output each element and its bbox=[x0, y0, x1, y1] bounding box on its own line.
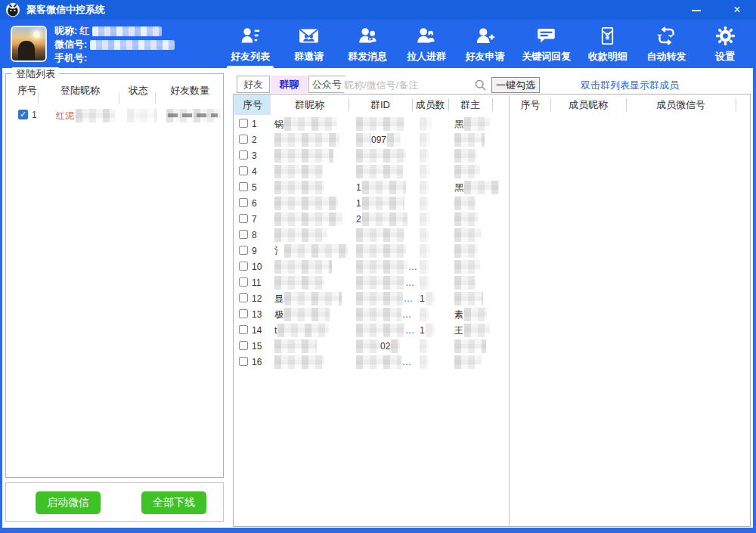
login-row[interactable]: 1红泥 bbox=[6, 109, 223, 126]
group-owner-cell: 素 bbox=[454, 308, 510, 321]
redacted-text bbox=[420, 355, 429, 369]
group-owner-cell bbox=[454, 339, 510, 353]
row-checkbox[interactable] bbox=[239, 150, 248, 160]
minimize-button[interactable] bbox=[683, 0, 709, 20]
row-checkbox[interactable] bbox=[239, 357, 248, 366]
tab-groups[interactable]: 群聊 bbox=[271, 76, 308, 93]
member-count-cell: 1 bbox=[420, 324, 453, 337]
group-row[interactable]: 14t…1王 bbox=[234, 323, 750, 339]
tab-friends[interactable]: 好友 bbox=[237, 76, 270, 93]
redacted-text bbox=[454, 292, 483, 305]
row-checkbox[interactable] bbox=[239, 277, 248, 287]
group-row[interactable]: 61 bbox=[234, 196, 750, 212]
group-row[interactable]: 2097 bbox=[234, 132, 750, 148]
group-row[interactable]: 72 bbox=[234, 212, 750, 228]
redacted-text bbox=[362, 197, 404, 210]
toolbar-item-friend-request[interactable]: 好友申请 bbox=[463, 26, 507, 65]
group-owner-cell: 黑 bbox=[454, 117, 510, 131]
group-row[interactable]: 11… bbox=[234, 275, 750, 291]
toolbar-item-pull-into-group[interactable]: 拉人进群 bbox=[404, 26, 448, 65]
redacted-text bbox=[420, 165, 430, 178]
redacted-text bbox=[454, 133, 485, 147]
show-members-hint-link[interactable]: 双击群列表显示群成员 bbox=[581, 79, 679, 92]
redacted-text bbox=[284, 308, 330, 321]
row-checkbox[interactable] bbox=[239, 309, 248, 318]
redacted-text bbox=[362, 181, 406, 194]
row-checkbox[interactable] bbox=[239, 341, 248, 350]
member-count-cell bbox=[420, 228, 453, 242]
redacted-text bbox=[274, 355, 324, 369]
group-row[interactable]: 51黑 bbox=[234, 180, 750, 196]
column-divider bbox=[38, 92, 39, 104]
group-owner-cell: 黑 bbox=[454, 181, 510, 194]
group-row[interactable]: 1锅黑 bbox=[234, 116, 750, 132]
account-field-label: 昵称: bbox=[54, 25, 77, 36]
group-row[interactable]: 16… bbox=[234, 355, 750, 370]
group-owner-cell bbox=[454, 165, 510, 178]
column-divider bbox=[119, 92, 119, 104]
row-checkbox[interactable] bbox=[239, 135, 248, 144]
redacted-text bbox=[356, 149, 406, 163]
group-row[interactable]: 10… bbox=[234, 259, 750, 275]
row-checkbox[interactable] bbox=[239, 166, 248, 175]
group-row[interactable]: 13极…素 bbox=[234, 307, 750, 323]
row-checkbox[interactable] bbox=[239, 293, 248, 302]
toolbar-item-settings[interactable]: 设置 bbox=[703, 26, 747, 65]
toolbar-item-auto-forward[interactable]: 自动转发 bbox=[644, 26, 688, 65]
group-table-body: 1锅黑20973451黑617289氵10…11…12显…113极…素14t…1… bbox=[234, 116, 750, 370]
toolbar-item-mass-message[interactable]: 群发消息 bbox=[345, 26, 389, 65]
header-bar: 昵称:红微信号:手机号: 好友列表群邀请群发消息拉人进群好友申请关键词回复收款明… bbox=[0, 20, 756, 68]
row-checkbox[interactable] bbox=[239, 325, 248, 334]
member-count-cell bbox=[420, 355, 453, 369]
redacted-text bbox=[464, 117, 490, 131]
redacted-text bbox=[356, 260, 407, 274]
toolbar-item-payment-detail[interactable]: 收款明细 bbox=[586, 26, 630, 65]
row-checkbox[interactable] bbox=[239, 214, 248, 223]
group-id-cell: 1 bbox=[356, 181, 415, 194]
group-row[interactable]: 3 bbox=[234, 148, 750, 164]
member-count-cell bbox=[420, 181, 453, 194]
redacted-text bbox=[420, 181, 429, 194]
redacted-text bbox=[277, 324, 329, 337]
column-divider bbox=[155, 92, 156, 104]
select-all-button[interactable]: 一键勾选 bbox=[491, 77, 540, 93]
group-id-cell bbox=[356, 117, 415, 131]
group-id-cell: 02 bbox=[356, 339, 415, 353]
toolbar-item-label: 拉人进群 bbox=[407, 50, 446, 64]
group-id-cell: … bbox=[356, 308, 415, 321]
row-checkbox[interactable] bbox=[239, 246, 248, 255]
redacted-text bbox=[274, 260, 332, 274]
tab-official[interactable]: 公众号 bbox=[308, 76, 345, 93]
group-row[interactable]: 12显…1 bbox=[234, 291, 750, 307]
row-checkbox[interactable] bbox=[239, 119, 248, 128]
toolbar-item-group-invite[interactable]: 群邀请 bbox=[287, 26, 331, 65]
speech-bubble-icon bbox=[536, 26, 556, 48]
row-checkbox[interactable] bbox=[239, 230, 248, 239]
redacted-text bbox=[356, 292, 403, 305]
search-input[interactable] bbox=[344, 76, 472, 93]
group-row[interactable]: 4 bbox=[234, 164, 750, 180]
toolbar-item-friend-list[interactable]: 好友列表 bbox=[228, 26, 272, 65]
group-row[interactable]: 1502 bbox=[234, 339, 750, 355]
group-id-cell: 2 bbox=[356, 212, 415, 226]
row-checkbox[interactable] bbox=[18, 110, 28, 119]
toolbar-item-keyword-reply[interactable]: 关键词回复 bbox=[522, 26, 571, 65]
group-row[interactable]: 8 bbox=[234, 228, 750, 243]
redacted-text bbox=[274, 149, 333, 163]
group-id-fragment: 1 bbox=[356, 198, 361, 209]
search-icon[interactable] bbox=[474, 79, 487, 91]
group-name-cell bbox=[274, 165, 350, 178]
group-row[interactable]: 9氵 bbox=[234, 243, 750, 259]
toolbar-item-label: 群邀请 bbox=[294, 50, 324, 64]
row-index: 8 bbox=[252, 230, 257, 240]
redacted-text bbox=[284, 244, 348, 258]
all-offline-button[interactable]: 全部下线 bbox=[141, 491, 206, 514]
start-wechat-button[interactable]: 启动微信 bbox=[36, 491, 101, 514]
row-checkbox[interactable] bbox=[239, 262, 248, 271]
row-checkbox[interactable] bbox=[239, 182, 248, 191]
row-checkbox[interactable] bbox=[239, 198, 248, 207]
member-count-cell bbox=[420, 260, 453, 274]
close-button[interactable]: × bbox=[724, 0, 750, 20]
member-count-cell bbox=[420, 339, 453, 353]
redacted-text bbox=[274, 228, 327, 242]
